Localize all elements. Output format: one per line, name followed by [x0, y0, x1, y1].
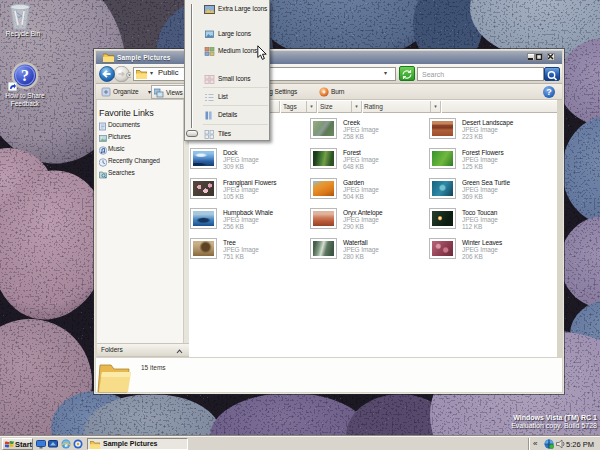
svg-text:e: e [64, 441, 67, 449]
svg-text:?: ? [21, 67, 29, 84]
